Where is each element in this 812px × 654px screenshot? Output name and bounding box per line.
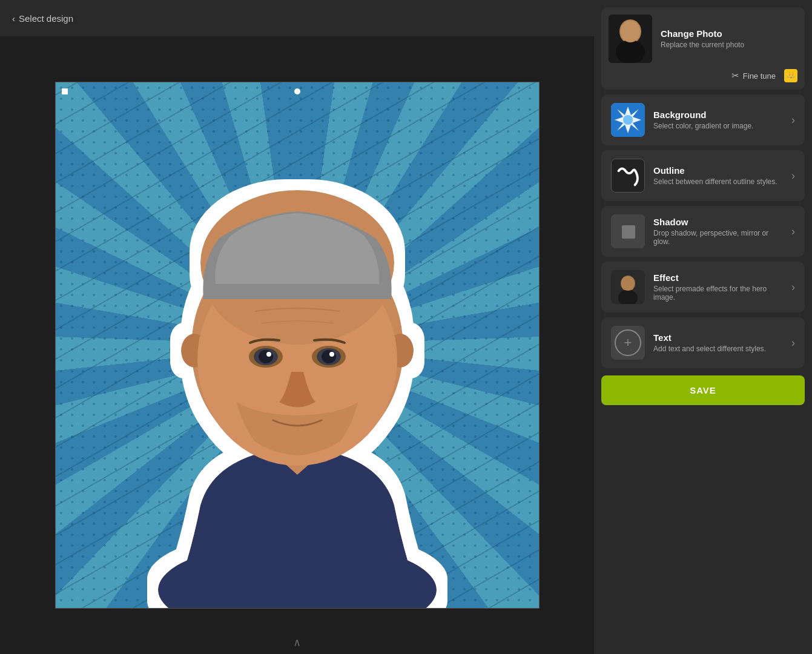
- plus-circle-icon: +: [615, 329, 641, 356]
- text-menu-item[interactable]: + Text Add text and select different sty…: [601, 317, 805, 368]
- background-menu-item[interactable]: Background Select color, gradient or ima…: [601, 94, 805, 145]
- background-icon: [611, 103, 645, 137]
- change-photo-card[interactable]: Change Photo Replace the current photo ✂…: [601, 7, 805, 90]
- svg-point-10: [259, 350, 273, 363]
- text-icon-box: +: [611, 326, 645, 360]
- effect-card[interactable]: Effect Select premade effects for the he…: [601, 262, 805, 312]
- svg-point-29: [621, 276, 635, 291]
- outline-subtitle: Select between different outline styles.: [653, 177, 783, 186]
- outline-info: Outline Select between different outline…: [653, 165, 783, 186]
- effect-subtitle: Select premade effects for the hero imag…: [653, 285, 783, 302]
- corner-handle[interactable]: [62, 88, 68, 94]
- outline-chevron-icon: ›: [791, 170, 795, 182]
- fine-tune-button[interactable]: ✂ Fine tune: [731, 70, 776, 81]
- text-subtitle: Add text and select different styles.: [653, 345, 783, 353]
- effect-icon-box: [611, 270, 645, 304]
- save-button[interactable]: SAVE: [601, 375, 805, 405]
- person-cutout: [91, 111, 503, 608]
- outline-title: Outline: [653, 165, 783, 176]
- outline-menu-item[interactable]: Outline Select between different outline…: [601, 150, 805, 201]
- right-panel: Change Photo Replace the current photo ✂…: [594, 0, 812, 654]
- shadow-menu-item[interactable]: Shadow Drop shadow, perspective, mirror …: [601, 206, 805, 257]
- text-info: Text Add text and select different style…: [653, 332, 783, 353]
- outline-card[interactable]: Outline Select between different outline…: [601, 150, 805, 201]
- change-photo-title: Change Photo: [661, 28, 797, 39]
- svg-point-14: [322, 350, 336, 363]
- svg-point-19: [621, 21, 640, 42]
- effect-icon: [611, 270, 645, 304]
- svg-point-15: [329, 352, 334, 357]
- back-label: Select design: [19, 13, 73, 24]
- shadow-icon: [611, 214, 645, 248]
- effect-chevron-icon: ›: [791, 281, 795, 294]
- effect-title: Effect: [653, 272, 783, 283]
- shadow-chevron-icon: ›: [791, 225, 795, 238]
- fine-tune-row: ✂ Fine tune 👑: [609, 69, 797, 82]
- canvas-area: ∧: [0, 36, 594, 654]
- shadow-subtitle: Drop shadow, perspective, mirror or glow…: [653, 229, 783, 246]
- svg-point-22: [623, 115, 633, 125]
- change-photo-top: Change Photo Replace the current photo: [609, 15, 797, 63]
- thumbnail-person: [609, 15, 652, 63]
- left-panel: ‹ Select design: [0, 0, 594, 654]
- person-silhouette: [158, 190, 437, 608]
- text-card[interactable]: + Text Add text and select different sty…: [601, 317, 805, 368]
- thumb-person-svg: [609, 15, 652, 63]
- outline-icon: [612, 159, 644, 193]
- shadow-card[interactable]: Shadow Drop shadow, perspective, mirror …: [601, 206, 805, 257]
- shadow-icon-box: [611, 214, 645, 248]
- change-photo-subtitle: Replace the current photo: [661, 41, 797, 49]
- canvas-scroll-arrow: ∧: [293, 636, 301, 649]
- background-card[interactable]: Background Select color, gradient or ima…: [601, 94, 805, 145]
- crown-icon: 👑: [784, 69, 797, 82]
- canvas-wrapper[interactable]: [55, 82, 540, 609]
- text-chevron-icon: ›: [791, 337, 795, 349]
- shadow-title: Shadow: [653, 217, 783, 227]
- svg-point-11: [266, 352, 271, 357]
- photo-thumbnail: [609, 15, 652, 63]
- top-bar: ‹ Select design: [0, 0, 594, 36]
- svg-rect-25: [622, 225, 635, 239]
- change-photo-info: Change Photo Replace the current photo: [661, 28, 797, 49]
- effect-info: Effect Select premade effects for the he…: [653, 272, 783, 302]
- background-title: Background: [653, 110, 783, 120]
- background-info: Background Select color, gradient or ima…: [653, 110, 783, 130]
- background-icon-box: [611, 103, 645, 137]
- person-svg: [91, 111, 503, 608]
- back-chevron-icon: ‹: [12, 13, 15, 24]
- back-button[interactable]: ‹ Select design: [12, 13, 73, 24]
- outline-icon-box: [611, 159, 645, 193]
- shadow-info: Shadow Drop shadow, perspective, mirror …: [653, 217, 783, 246]
- scissors-icon: ✂: [731, 70, 739, 81]
- background-subtitle: Select color, gradient or image.: [653, 122, 783, 130]
- background-chevron-icon: ›: [791, 114, 795, 127]
- fine-tune-label: Fine tune: [743, 71, 776, 81]
- text-title: Text: [653, 332, 783, 343]
- svg-rect-23: [612, 159, 644, 192]
- top-handle[interactable]: [294, 88, 300, 94]
- effect-menu-item[interactable]: Effect Select premade effects for the he…: [601, 262, 805, 312]
